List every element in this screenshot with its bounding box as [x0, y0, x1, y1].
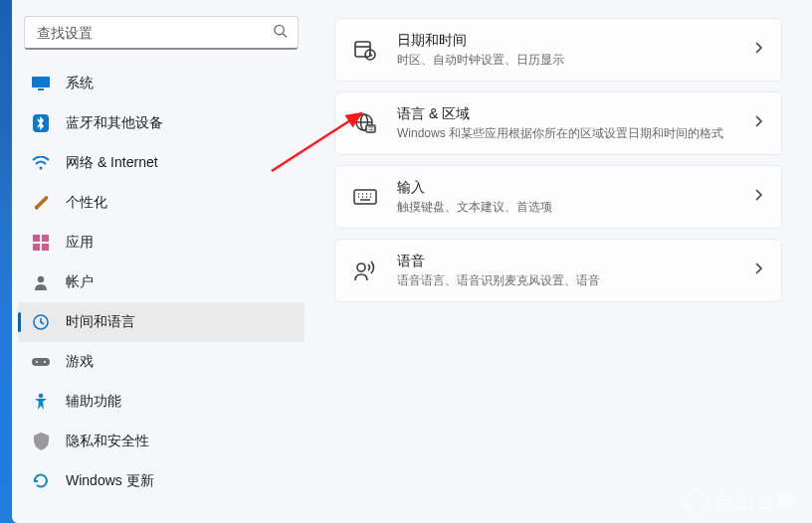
bluetooth-icon [32, 114, 50, 132]
svg-rect-24 [354, 190, 376, 204]
sidebar-item-label: 蓝牙和其他设备 [66, 114, 291, 132]
sidebar-item-label: 应用 [66, 234, 291, 252]
svg-point-13 [36, 361, 38, 363]
card-desc: 语音语言、语音识别麦克风设置、语音 [397, 272, 733, 289]
card-language-region[interactable]: 字 语言 & 区域 Windows 和某些应用根据你所在的区域设置日期和时间的格… [334, 91, 782, 155]
voice-icon [353, 259, 377, 282]
card-desc: 触摸键盘、文本建议、首选项 [397, 199, 733, 216]
sidebar-item-label: 辅助功能 [66, 393, 291, 411]
sidebar-item-network[interactable]: 网络 & Internet [18, 143, 304, 183]
chevron-right-icon [753, 262, 763, 279]
search-icon [273, 23, 288, 42]
svg-point-5 [40, 167, 43, 170]
svg-rect-8 [33, 244, 40, 251]
globe-language-icon: 字 [353, 111, 377, 135]
card-title: 语言 & 区域 [397, 105, 733, 123]
sidebar-item-label: 网络 & Internet [66, 154, 291, 172]
sidebar-item-privacy[interactable]: 隐私和安全性 [18, 422, 304, 461]
svg-point-10 [38, 276, 44, 282]
svg-rect-6 [33, 235, 40, 242]
sidebar-item-label: 系统 [66, 75, 291, 92]
settings-window: 系统 蓝牙和其他设备 网络 & Internet 个性化 [12, 0, 812, 523]
gamepad-icon [32, 353, 50, 371]
sidebar-item-label: Windows 更新 [66, 472, 291, 490]
svg-point-14 [44, 361, 46, 363]
sidebar-item-label: 隐私和安全性 [66, 433, 291, 450]
sidebar-item-label: 帐户 [66, 273, 291, 291]
card-date-time[interactable]: 日期和时间 时区、自动时钟设置、日历显示 [334, 18, 782, 82]
sidebar-item-personalization[interactable]: 个性化 [18, 183, 304, 223]
card-desc: 时区、自动时钟设置、日历显示 [397, 52, 733, 69]
sidebar-item-time-language[interactable]: 时间和语言 [18, 302, 304, 342]
sidebar: 系统 蓝牙和其他设备 网络 & Internet 个性化 [12, 0, 310, 523]
settings-card-list: 日期和时间 时区、自动时钟设置、日历显示 字 语言 & 区域 Windows 和… [334, 18, 782, 302]
search-input[interactable] [25, 25, 298, 41]
update-icon [32, 472, 50, 490]
shield-icon [32, 433, 50, 450]
sidebar-item-system[interactable]: 系统 [18, 64, 304, 103]
svg-text:字: 字 [368, 125, 374, 132]
nav-list: 系统 蓝牙和其他设备 网络 & Internet 个性化 [18, 64, 304, 501]
svg-rect-16 [355, 42, 370, 57]
sidebar-item-gaming[interactable]: 游戏 [18, 342, 304, 382]
svg-rect-9 [42, 244, 49, 251]
sidebar-item-accounts[interactable]: 帐户 [18, 262, 304, 302]
chevron-right-icon [753, 41, 763, 59]
svg-line-1 [283, 33, 287, 37]
card-title: 语音 [397, 253, 733, 270]
chevron-right-icon [753, 114, 763, 132]
svg-rect-2 [32, 77, 50, 87]
card-typing[interactable]: 输入 触摸键盘、文本建议、首选项 [334, 165, 782, 229]
sidebar-item-label: 个性化 [66, 194, 291, 212]
keyboard-icon [353, 185, 377, 209]
svg-point-34 [357, 263, 365, 271]
sidebar-item-windows-update[interactable]: Windows 更新 [18, 461, 304, 501]
card-desc: Windows 和某些应用根据你所在的区域设置日期和时间的格式 [397, 125, 733, 142]
svg-rect-7 [42, 235, 49, 242]
watermark-text: 自由互联 [714, 488, 798, 515]
svg-rect-3 [38, 88, 44, 90]
sidebar-item-label: 时间和语言 [66, 313, 291, 331]
svg-rect-12 [32, 358, 50, 366]
watermark: 自由互联 [685, 488, 798, 515]
brush-icon [32, 194, 50, 212]
card-speech[interactable]: 语音 语音语言、语音识别麦克风设置、语音 [334, 239, 782, 302]
svg-point-0 [275, 25, 284, 34]
card-title: 输入 [397, 179, 733, 197]
main-content: 日期和时间 时区、自动时钟设置、日历显示 字 语言 & 区域 Windows 和… [310, 0, 812, 523]
card-title: 日期和时间 [397, 32, 733, 50]
search-box[interactable] [24, 16, 299, 50]
sidebar-item-bluetooth[interactable]: 蓝牙和其他设备 [18, 103, 304, 143]
accessibility-icon [32, 393, 50, 411]
sidebar-item-label: 游戏 [66, 353, 291, 371]
sidebar-item-accessibility[interactable]: 辅助功能 [18, 382, 304, 422]
monitor-icon [32, 75, 50, 92]
apps-icon [32, 234, 50, 252]
sidebar-item-apps[interactable]: 应用 [18, 223, 304, 262]
watermark-logo-icon [680, 485, 713, 519]
calendar-clock-icon [353, 38, 377, 62]
wifi-icon [32, 154, 50, 172]
svg-point-15 [39, 394, 44, 399]
person-icon [32, 273, 50, 291]
clock-globe-icon [32, 313, 50, 331]
chevron-right-icon [753, 188, 763, 206]
